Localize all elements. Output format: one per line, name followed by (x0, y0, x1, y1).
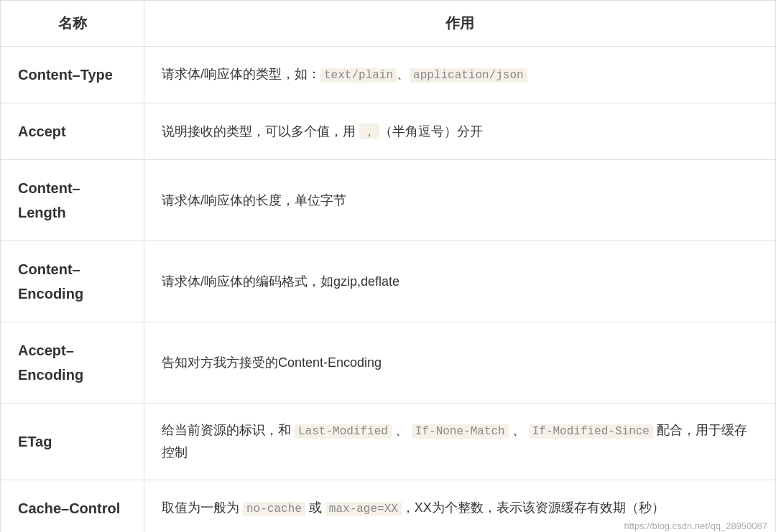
row-desc-cell: 告知对方我方接受的Content-Encoding (144, 322, 776, 403)
row-name-cell: Content–Type (1, 47, 144, 103)
watermark: https://blog.csdn.net/qq_28950087 (624, 521, 768, 531)
desc-code: no-cache (243, 502, 305, 516)
desc-text: 说明接收的类型，可以多个值，用 (162, 124, 356, 139)
desc-text: 、 (397, 67, 410, 81)
page-wrapper: 名称 作用 Content–Type请求体/响应体的类型，如：text/plai… (0, 0, 776, 532)
desc-text: 给当前资源的标识，和 (162, 423, 295, 437)
desc-text: 取值为一般为 (162, 500, 243, 515)
http-headers-table: 名称 作用 Content–Type请求体/响应体的类型，如：text/plai… (0, 0, 776, 532)
row-name-cell: Accept (1, 103, 144, 160)
row-name-cell: Content–Encoding (1, 241, 144, 322)
row-name-cell: Content–Length (1, 160, 144, 241)
desc-text: 请求体/响应体的编码格式，如gzip,deflate (162, 274, 399, 289)
col-header-name: 名称 (1, 1, 144, 47)
row-name-cell: Accept–Encoding (1, 322, 144, 403)
table-row: Accept说明接收的类型，可以多个值，用 ，（半角逗号）分开 (1, 103, 776, 160)
desc-code: application/json (410, 68, 527, 83)
table-row: Content–Length请求体/响应体的长度，单位字节 (1, 160, 776, 241)
desc-text: 请求体/响应体的类型，如： (162, 67, 320, 81)
row-name-cell: ETag (1, 403, 144, 480)
desc-text: ，XX为个整数，表示该资源缓存有效期（秒） (402, 500, 665, 515)
table-header-row: 名称 作用 (1, 1, 776, 47)
desc-highlight: ， (359, 123, 379, 139)
desc-text: 或 (305, 500, 325, 515)
desc-text: 、 (392, 423, 412, 437)
row-desc-cell: 请求体/响应体的类型，如：text/plain、application/json (144, 47, 776, 103)
row-desc-cell: 说明接收的类型，可以多个值，用 ，（半角逗号）分开 (144, 103, 776, 160)
desc-text: 请求体/响应体的长度，单位字节 (162, 193, 346, 207)
desc-code: max-age=XX (325, 502, 402, 516)
col-header-desc: 作用 (144, 1, 776, 47)
desc-text: （半角逗号）分开 (379, 124, 483, 139)
desc-code: text/plain (320, 68, 397, 83)
desc-code: If-Modified-Since (529, 424, 653, 439)
row-desc-cell: 请求体/响应体的编码格式，如gzip,deflate (144, 241, 776, 322)
desc-code: If-None-Match (412, 424, 509, 439)
row-desc-cell: 请求体/响应体的长度，单位字节 (144, 160, 776, 241)
table-row: Accept–Encoding告知对方我方接受的Content-Encoding (1, 322, 776, 403)
table-row: Content–Encoding请求体/响应体的编码格式，如gzip,defla… (1, 241, 776, 322)
table-row: ETag给当前资源的标识，和 Last-Modified 、 If-None-M… (1, 403, 776, 480)
row-name-cell: Cache–Control (1, 480, 144, 532)
table-row: Content–Type请求体/响应体的类型，如：text/plain、appl… (1, 47, 776, 103)
desc-text: 告知对方我方接受的Content-Encoding (162, 355, 382, 370)
desc-text: 、 (509, 423, 529, 437)
desc-code: Last-Modified (295, 424, 392, 439)
row-desc-cell: 给当前资源的标识，和 Last-Modified 、 If-None-Match… (144, 403, 776, 480)
